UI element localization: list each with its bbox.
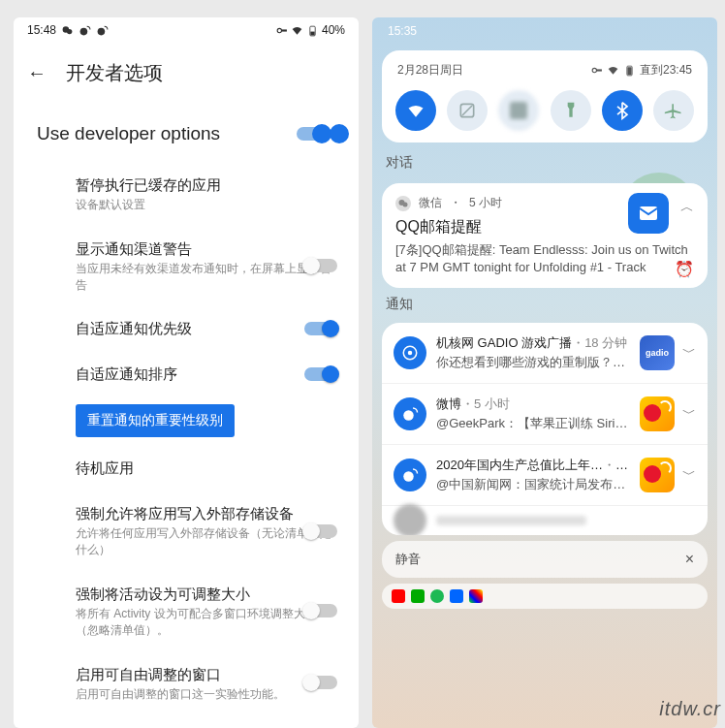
notif-body: 你还想看到哪些游戏的重制版？Gadi.. <box>436 354 630 371</box>
chevron-up-icon[interactable]: ︿ <box>680 199 694 216</box>
setting-sub: 启用可自由调整的窗口这一实验性功能。 <box>76 686 337 703</box>
thumbnail <box>640 396 675 431</box>
qs-date-row: 2月28日周日 直到23:45 <box>394 60 696 86</box>
app-icon <box>394 504 426 535</box>
toggle-switch[interactable] <box>304 367 337 381</box>
weibo-icon-2 <box>96 24 109 37</box>
qs-tile-unknown[interactable] <box>498 90 539 131</box>
close-icon[interactable]: × <box>685 551 694 568</box>
master-toggle-label: Use developer options <box>37 123 220 144</box>
thumbnail <box>640 458 675 492</box>
settings-screen: 15:48 40% ← 开发者选项 Use developer options … <box>14 17 359 728</box>
dnd-icon <box>457 101 477 120</box>
flashlight-icon <box>561 101 581 120</box>
notif-row[interactable]: 2020年国内生产总值比上年…・5 小时 @中国新闻网：国家统计局发布2020.… <box>382 445 708 506</box>
setting-title: 待机应用 <box>76 458 337 478</box>
setting-item-adaptive-sort[interactable]: 自适应通知排序 <box>14 351 359 396</box>
toggle-switch[interactable] <box>304 604 337 617</box>
setting-item-cached-apps[interactable]: 暂停执行已缓存的应用 设备默认设置 <box>14 162 359 226</box>
setting-title: 强制允许将应用写入外部存储设备 <box>76 503 337 523</box>
setting-item-channel-warn[interactable]: 显示通知渠道警告 当应用未经有效渠道发布通知时，在屏幕上显示警告 <box>14 226 359 306</box>
conversation-card[interactable]: 微信 ・ 5 小时 ︿ QQ邮箱提醒 [7条]QQ邮箱提醒: Team Endl… <box>382 183 708 288</box>
weibo-icon <box>394 397 426 430</box>
vpn-icon <box>590 64 603 77</box>
wifi-icon <box>406 101 426 120</box>
notif-meta: ・5 小时 <box>603 458 630 472</box>
svg-point-8 <box>592 68 596 72</box>
notif-app: 微博 <box>436 396 461 411</box>
status-time: 15:48 <box>27 23 56 37</box>
page-title: 开发者选项 <box>66 60 163 86</box>
toggle-switch[interactable] <box>304 259 337 272</box>
setting-sub: 将所有 Activity 设为可配合多窗口环境调整大小（忽略清单值）。 <box>76 606 337 639</box>
chevron-down-icon[interactable]: ﹀ <box>682 466 696 484</box>
qs-date: 2月28日周日 <box>397 62 463 79</box>
svg-point-19 <box>403 411 414 422</box>
notif-body: [7条]QQ邮箱提醒: Team Endlesss: Join us on Tw… <box>395 241 694 276</box>
qs-tile-wifi[interactable] <box>395 90 436 131</box>
setting-item-adaptive-priority[interactable]: 自适应通知优先级 <box>14 305 359 351</box>
weibo-icon <box>394 459 426 491</box>
vpn-icon <box>275 24 288 37</box>
section-notifications: 通知 <box>372 294 717 319</box>
back-arrow-icon[interactable]: ← <box>27 62 47 84</box>
chevron-down-icon[interactable]: ﹀ <box>682 344 696 362</box>
master-toggle-switch[interactable] <box>297 124 339 143</box>
notif-app: 2020年国内生产总值比上年… <box>436 458 603 472</box>
section-conversations: 对话 <box>372 152 717 177</box>
qs-tile-bluetooth[interactable] <box>602 90 643 131</box>
qs-tile-dnd[interactable] <box>447 90 488 131</box>
notif-app: 机核网 GADIO 游戏广播 <box>436 335 572 350</box>
toggle-switch[interactable] <box>304 524 337 538</box>
notif-meta: ・5 小时 <box>461 396 510 411</box>
setting-item-standby[interactable]: 待机应用 <box>14 445 359 491</box>
setting-sub: 允许将任何应用写入外部存储设备（无论清单值是什么） <box>76 525 337 558</box>
setting-title: 自适应通知排序 <box>76 364 337 384</box>
wifi-icon <box>291 24 303 37</box>
svg-rect-7 <box>310 31 314 35</box>
mail-icon <box>628 193 669 234</box>
mute-bar[interactable]: 静音 × <box>382 541 708 578</box>
thumbnail: gadio <box>640 335 675 370</box>
svg-point-3 <box>98 27 106 35</box>
weibo-icon <box>79 24 91 37</box>
svg-point-18 <box>408 351 413 356</box>
wifi-icon <box>607 64 619 77</box>
notif-row[interactable]: 微博・5 小时 @GeekPark：【苹果正训练 Siri，让其.. ﹀ <box>382 384 708 445</box>
master-toggle-row[interactable]: Use developer options <box>14 110 359 158</box>
setting-item-freeform[interactable]: 启用可自由调整的窗口 启用可自由调整的窗口这一实验性功能。 <box>14 651 359 715</box>
battery-percent: 40% <box>322 23 345 37</box>
notif-row[interactable]: 机核网 GADIO 游戏广播・18 分钟 你还想看到哪些游戏的重制版？Gadi.… <box>382 323 708 384</box>
wechat-icon <box>395 196 411 211</box>
wechat-icon <box>61 24 74 37</box>
mini-icons-tray[interactable] <box>382 584 708 609</box>
qs-tile-airplane[interactable] <box>653 90 694 131</box>
svg-point-2 <box>80 27 88 35</box>
header: ← 开发者选项 <box>14 43 359 110</box>
setting-item-force-resizable[interactable]: 强制将活动设为可调整大小 将所有 Activity 设为可配合多窗口环境调整大小… <box>14 571 359 651</box>
app-icon <box>450 589 463 603</box>
app-icon <box>411 589 425 603</box>
spotify-icon <box>430 589 444 603</box>
setting-item-desktop-mode[interactable]: 强制使用桌面模式 <box>14 714 359 728</box>
notif-row-blurred[interactable] <box>382 506 708 535</box>
setting-sub: 当应用未经有效渠道发布通知时，在屏幕上显示警告 <box>76 261 337 294</box>
battery-icon <box>623 64 636 77</box>
toggle-switch[interactable] <box>304 322 337 335</box>
quick-settings-panel: 2月28日周日 直到23:45 <box>382 50 708 142</box>
mute-label: 静音 <box>395 551 421 568</box>
setting-title: 启用可自由调整的窗口 <box>76 664 337 684</box>
qs-tiles <box>394 86 696 133</box>
svg-rect-11 <box>627 67 631 75</box>
svg-rect-9 <box>596 69 601 71</box>
settings-list: 暂停执行已缓存的应用 设备默认设置 显示通知渠道警告 当应用未经有效渠道发布通知… <box>14 158 359 728</box>
setting-item-force-external[interactable]: 强制允许将应用写入外部存储设备 允许将任何应用写入外部存储设备（无论清单值是什么… <box>14 491 359 571</box>
notification-list: 机核网 GADIO 游戏广播・18 分钟 你还想看到哪些游戏的重制版？Gadi.… <box>382 323 708 535</box>
toggle-switch[interactable] <box>304 676 337 689</box>
reset-importance-chip[interactable]: 重置通知的重要性级别 <box>76 404 235 437</box>
youtube-icon <box>392 589 405 603</box>
notif-age: 5 小时 <box>469 195 502 211</box>
chevron-down-icon[interactable]: ﹀ <box>682 405 696 423</box>
status-bar: 15:35 <box>372 17 717 45</box>
qs-tile-flashlight[interactable] <box>551 90 591 131</box>
